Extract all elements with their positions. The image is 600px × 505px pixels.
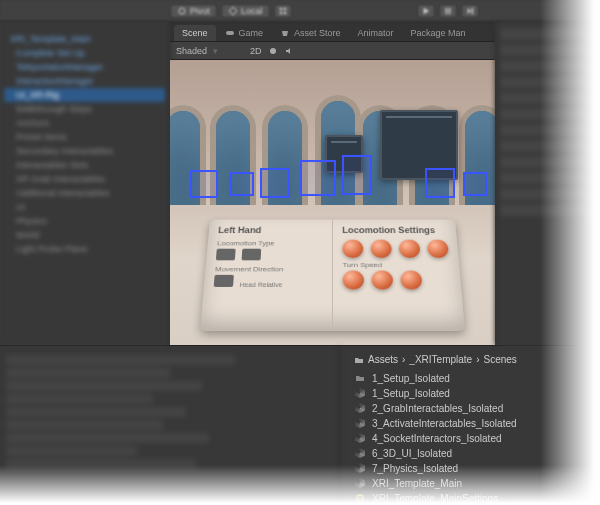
asset-scene[interactable]: XRI_Template_Main: [354, 476, 590, 490]
tab-game[interactable]: Game: [217, 25, 272, 41]
breadcrumb[interactable]: Assets › _XRITemplate › Scenes: [354, 352, 590, 371]
knob: [342, 240, 363, 258]
unity-scene-icon: [354, 417, 366, 429]
lighting-icon[interactable]: [268, 46, 278, 56]
asset-scene[interactable]: 6_3D_UI_Isolated: [354, 446, 590, 460]
store-icon: [280, 28, 290, 38]
svg-point-0: [179, 8, 185, 14]
svg-point-11: [359, 497, 361, 499]
hierarchy-item[interactable]: Secondary Interactables: [4, 144, 165, 158]
asset-name: XRI_Template_Main: [372, 478, 462, 489]
hierarchy-item[interactable]: TeleportationManager: [4, 60, 165, 74]
hierarchy-item-selected[interactable]: UI_XR-Rig: [4, 88, 165, 102]
asset-scene[interactable]: 7_Physics_Isolated: [354, 461, 590, 475]
breadcrumb-item[interactable]: Scenes: [484, 354, 517, 365]
folder-icon: [354, 355, 364, 365]
tab-scene[interactable]: Scene: [174, 25, 216, 41]
selection-gizmo: [300, 160, 336, 196]
pivot-toggle[interactable]: Pivot: [170, 4, 217, 18]
selection-gizmo: [463, 172, 487, 196]
pause-button[interactable]: [439, 4, 457, 18]
scene-controls: Shaded ▾ 2D: [170, 42, 495, 60]
snap-toggle[interactable]: [274, 4, 292, 18]
play-button[interactable]: [417, 4, 435, 18]
step-button[interactable]: [461, 4, 479, 18]
unity-scene-icon: [354, 447, 366, 459]
asset-name: 3_ActivateInteractables_Isolated: [372, 418, 517, 429]
tab-asset-store[interactable]: Asset Store: [272, 25, 349, 41]
svg-point-9: [270, 48, 276, 54]
asset-folder[interactable]: 1_Setup_Isolated: [354, 371, 590, 385]
knob: [371, 271, 393, 290]
hierarchy-item[interactable]: Complete Set Up: [4, 46, 165, 60]
locomotion-type-label: Locomotion Type: [217, 240, 323, 247]
turn-speed-label: Turn Speed: [343, 261, 450, 269]
tab-label: Animator: [358, 28, 394, 38]
scene-area: Scene Game Asset Store Animator Package …: [170, 22, 495, 345]
asset-scene[interactable]: 1_Setup_Isolated: [354, 386, 590, 400]
asset-settings[interactable]: XRI_Template_MainSettings: [354, 491, 590, 505]
hierarchy-item[interactable]: Anchors: [4, 116, 165, 130]
asset-scene[interactable]: 4_SocketInteractors_Isolated: [354, 431, 590, 445]
hierarchy-item[interactable]: Preset Items: [4, 130, 165, 144]
asset-scene[interactable]: 3_ActivateInteractables_Isolated: [354, 416, 590, 430]
tab-packages[interactable]: Package Man: [403, 25, 474, 41]
asset-list: 1_Setup_Isolated 1_Setup_Isolated 2_Grab…: [354, 371, 590, 505]
game-icon: [225, 28, 235, 38]
knob: [371, 240, 392, 258]
head-relative-label: Head Relative: [240, 282, 283, 288]
selection-gizmo: [342, 155, 372, 195]
left-hand-title: Left Hand: [218, 226, 323, 235]
svg-rect-4: [283, 11, 285, 13]
pivot-label: Pivot: [190, 6, 210, 16]
asset-name: 1_Setup_Isolated: [372, 388, 450, 399]
hierarchy-item[interactable]: Physics: [4, 214, 165, 228]
selection-gizmo: [190, 170, 218, 198]
scene-viewport[interactable]: Left Hand Locomotion Type Movement Direc…: [170, 60, 495, 345]
hierarchy-item[interactable]: Additional Interactables: [4, 186, 165, 200]
folder-icon: [354, 372, 366, 384]
main-toolbar: Pivot Local: [0, 0, 600, 22]
hierarchy-panel: XRI_Template_Main Complete Set Up Telepo…: [0, 22, 170, 345]
chip-button: [214, 275, 234, 287]
svg-rect-6: [449, 7, 451, 13]
inspector-panel: [495, 22, 600, 345]
hierarchy-item[interactable]: Light Probe Plane: [4, 242, 165, 256]
tab-label: Package Man: [411, 28, 466, 38]
svg-rect-3: [279, 11, 281, 13]
asset-name: 1_Setup_Isolated: [372, 373, 450, 384]
tab-label: Game: [239, 28, 264, 38]
knob: [343, 271, 365, 290]
unity-scene-icon: [354, 402, 366, 414]
asset-scene[interactable]: 2_GrabInteractables_Isolated: [354, 401, 590, 415]
selection-gizmo: [425, 168, 455, 198]
svg-rect-7: [471, 7, 473, 13]
unity-scene-icon: [354, 387, 366, 399]
asset-name: XRI_Template_MainSettings: [372, 493, 498, 504]
knob: [427, 240, 449, 258]
local-label: Local: [241, 6, 263, 16]
tab-animator[interactable]: Animator: [350, 25, 402, 41]
hierarchy-item[interactable]: XR Grab Interactables: [4, 172, 165, 186]
2d-toggle[interactable]: 2D: [250, 46, 262, 56]
audio-icon[interactable]: [284, 46, 294, 56]
hierarchy-item[interactable]: Walkthrough Steps: [4, 102, 165, 116]
console-panel: [0, 346, 340, 505]
local-toggle[interactable]: Local: [221, 4, 270, 18]
tab-label: Asset Store: [294, 28, 341, 38]
settings-icon: [354, 492, 366, 504]
hierarchy-item[interactable]: InteractionManager: [4, 74, 165, 88]
knob: [400, 271, 422, 290]
hierarchy-item[interactable]: World: [4, 228, 165, 242]
hierarchy-item[interactable]: UI: [4, 200, 165, 214]
unity-scene-icon: [354, 432, 366, 444]
hierarchy-item[interactable]: XRI_Template_Main: [4, 32, 165, 46]
movement-direction-label: Movement Direction: [215, 265, 323, 273]
breadcrumb-item[interactable]: Assets: [368, 354, 398, 365]
shading-mode-dropdown[interactable]: Shaded: [176, 46, 207, 56]
breadcrumb-item[interactable]: _XRITemplate: [409, 354, 472, 365]
hierarchy-item[interactable]: Interactables Sets: [4, 158, 165, 172]
locomotion-settings-title: Locomotion Settings: [342, 226, 447, 235]
unity-scene-icon: [354, 477, 366, 489]
chip-button: [241, 249, 261, 261]
